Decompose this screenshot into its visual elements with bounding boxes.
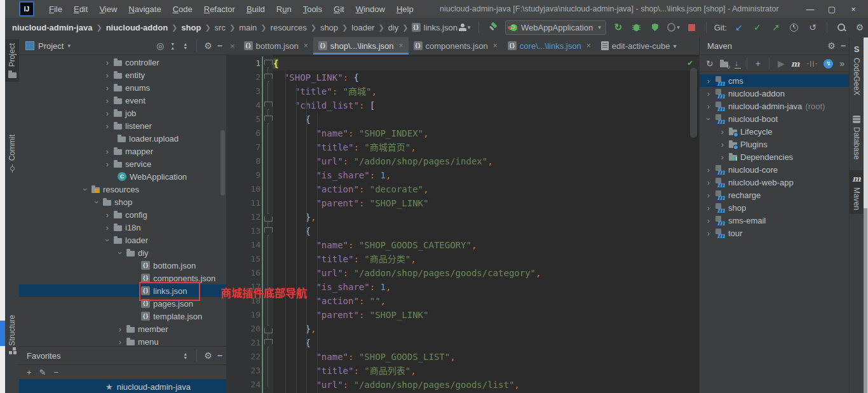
collapse-all-icon[interactable] [182, 42, 189, 50]
maven-tree-item-dependencies[interactable]: ›Dependencies [700, 150, 850, 163]
chevron-right-icon[interactable]: › [705, 190, 712, 200]
code-line[interactable]: "action": "decorate", [273, 182, 428, 196]
chevron-right-icon[interactable]: › [104, 159, 111, 169]
code-line[interactable]: { [273, 336, 311, 350]
menu-item-edit[interactable]: Edit [68, 2, 93, 17]
editor-tab-shop-links-json[interactable]: {}shop\...\links.json× [313, 37, 409, 55]
maven-tree-item-recharge[interactable]: ›recharge [700, 189, 850, 201]
code-line[interactable]: "is_share": 1, [273, 168, 391, 182]
maven-m-icon[interactable]: m [852, 174, 861, 183]
chevron-down-icon[interactable]: › [704, 115, 714, 123]
chevron-down-icon[interactable]: › [92, 198, 102, 206]
project-tree-item-event[interactable]: ›event [19, 94, 226, 107]
maven-tree-item-shop[interactable]: ›shop [700, 201, 850, 214]
push-icon[interactable]: ↗ [772, 22, 780, 32]
project-scrollbar-thumb[interactable] [220, 130, 225, 196]
breadcrumb-item-diy[interactable]: diy [388, 23, 400, 32]
maven-tree-item-tour[interactable]: ›tour [700, 227, 850, 239]
maven-tree-item-cms[interactable]: ›cms [700, 74, 850, 87]
chevron-right-icon[interactable]: › [705, 178, 712, 187]
project-tree-item-loader[interactable]: ›loader [19, 234, 226, 246]
chevron-right-icon[interactable]: › [705, 89, 712, 98]
chevron-down-icon[interactable]: ▾ [67, 43, 71, 49]
chevron-right-icon[interactable]: › [719, 127, 726, 137]
code-line[interactable]: "name": "SHOP_INDEX", [273, 126, 428, 140]
code-line[interactable]: "SHOP_LINK": { [273, 70, 359, 84]
chevron-right-icon[interactable]: › [104, 58, 111, 67]
editor-tab-core-links-json[interactable]: {}core\...\links.json× [503, 37, 596, 55]
user-icon[interactable] [459, 23, 466, 31]
code-line[interactable]: { [273, 224, 311, 238]
maven-tree-item-niucloud-boot[interactable]: ›niucloud-boot [700, 112, 850, 125]
code-line[interactable]: "parent": "SHOP_LINK" [273, 308, 428, 322]
stripe-tab-project[interactable]: Project [5, 39, 19, 82]
run-config-select[interactable]: ?WebAppApplication▾ [505, 20, 606, 35]
project-tree-item-job[interactable]: ›job [19, 107, 226, 119]
tab-close-icon[interactable]: × [587, 41, 591, 50]
maven-tree-item-sms-email[interactable]: ›sms-email [700, 214, 850, 227]
editor-tab-edit-active-cube[interactable]: edit-active-cube▾ [596, 37, 682, 55]
breadcrumb-item-shop[interactable]: shop [180, 23, 201, 32]
breadcrumb-item-niucloud-admin-java[interactable]: niucloud-admin-java [11, 23, 93, 32]
menu-item-window[interactable]: Window [350, 2, 391, 17]
chevron-right-icon[interactable]: › [705, 203, 712, 213]
breadcrumb-item-loader[interactable]: loader [351, 23, 375, 32]
breadcrumb-item-main[interactable]: main [238, 23, 257, 32]
minimize-button[interactable]: — [799, 1, 821, 17]
editor-tab-bottom-json[interactable]: {}bottom.json× [239, 37, 313, 55]
chevron-right-icon[interactable]: › [705, 76, 712, 86]
project-tree-item-shop[interactable]: ›shop [19, 196, 226, 208]
project-panel-title[interactable]: Project [38, 41, 64, 51]
project-tree-item-config[interactable]: ›config [19, 208, 226, 221]
chevron-right-icon[interactable]: › [719, 140, 726, 149]
code-line[interactable]: "url": "/addon/shop/pages/goods/category… [273, 266, 541, 280]
code-line[interactable]: "title": "商城首页", [273, 140, 416, 154]
chevron-right-icon[interactable]: › [705, 216, 712, 225]
chevron-down-icon[interactable]: › [116, 249, 125, 256]
close-button[interactable]: × [843, 1, 864, 17]
generate-sources-icon[interactable] [720, 62, 728, 67]
add-icon[interactable]: + [27, 368, 32, 377]
menu-item-git[interactable]: Git [328, 2, 350, 17]
breadcrumb-item-shop[interactable]: shop [320, 23, 339, 32]
chevron-right-icon[interactable]: › [116, 324, 124, 334]
stripe-tab-commit[interactable]: Commit [5, 131, 19, 177]
maven-panel-title[interactable]: Maven [707, 41, 732, 51]
maven-goal-icon[interactable]: m [791, 59, 800, 69]
project-tree-item-bottom-json[interactable]: {}bottom.json [19, 259, 226, 272]
hide-icon[interactable]: − [217, 350, 222, 361]
menu-item-navigate[interactable]: Navigate [123, 2, 166, 17]
menu-item-build[interactable]: Build [241, 2, 271, 17]
chevron-right-icon[interactable]: › [719, 152, 726, 162]
code-line[interactable]: "name": "SHOP_GOODS_CATEGORY", [273, 238, 477, 252]
breadcrumb-item-src[interactable]: src [214, 23, 226, 32]
code-line[interactable]: { [273, 57, 278, 70]
project-tree-item-service[interactable]: ›service [19, 157, 226, 170]
settings-gear-icon[interactable]: ⚙ [856, 22, 864, 32]
rollback-icon[interactable]: ↺ [809, 22, 817, 32]
add-icon[interactable]: + [756, 58, 761, 69]
chevron-down-icon[interactable]: › [81, 185, 90, 193]
locate-icon[interactable]: ◎ [156, 41, 164, 51]
rerun-icon[interactable]: ↻ [614, 22, 622, 33]
code-line[interactable]: }, [273, 322, 316, 336]
project-tree-item-loader-upload[interactable]: loader.upload [19, 132, 226, 145]
project-tree-item-enums[interactable]: ›enums [19, 81, 226, 94]
build-hammer-icon[interactable] [489, 23, 498, 32]
project-tree-item-diy[interactable]: ›diy [19, 246, 226, 259]
collapse-all-icon[interactable] [182, 352, 189, 359]
code-line[interactable]: "child_list": [ [273, 98, 375, 112]
chevron-right-icon[interactable]: › [705, 229, 712, 238]
lightning-icon[interactable]: ↯ [824, 59, 833, 69]
stripe-tab-database[interactable]: Database [850, 112, 864, 163]
project-tree-item-mapper[interactable]: ›mapper [19, 145, 226, 157]
chevron-right-icon[interactable]: › [104, 83, 111, 93]
inspection-ok-icon[interactable]: ✔ [688, 58, 693, 67]
breadcrumb-item-links-json[interactable]: links.json [423, 23, 458, 32]
chevron-right-icon[interactable]: › [104, 223, 111, 232]
maximize-button[interactable]: ▢ [821, 1, 843, 17]
code-line[interactable]: "title": "商城", [273, 84, 377, 98]
codegeex-icon[interactable]: S [854, 44, 860, 54]
spring-boot-icon[interactable]: ? [509, 22, 519, 32]
run-icon[interactable]: ▶ [778, 58, 785, 69]
